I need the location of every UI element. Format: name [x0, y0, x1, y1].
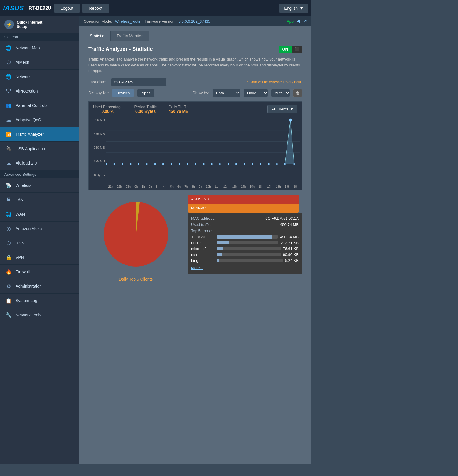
sidebar-item-aimesh[interactable]: ⬡ AiMesh [0, 55, 79, 70]
x-label: 6h [177, 185, 181, 188]
sidebar-item-firewall[interactable]: 🔥 Firewall [0, 265, 79, 279]
topbar-right: App 🖥 ↗ [287, 19, 307, 24]
sidebar-item-aicloud[interactable]: ☁ AiCloud 2.0 [0, 156, 79, 170]
x-label: 17h [267, 185, 272, 188]
logout-button[interactable]: Logout [54, 4, 80, 13]
panel-description: Traffic Analyzer is to analyze the netwo… [88, 56, 302, 74]
sidebar-item-label: Network Tools [16, 313, 41, 317]
daily-traffic-label: Daily Traffic [169, 105, 188, 109]
aicloud-icon: ☁ [4, 159, 13, 167]
sidebar-item-label: AiMesh [16, 60, 29, 65]
svg-point-24 [252, 163, 253, 165]
app-name: bing [191, 258, 215, 263]
x-label: 21h [108, 185, 113, 188]
general-section-label: General [0, 33, 79, 41]
quick-internet-setup[interactable]: ⚡ Quick InternetSetup [0, 16, 79, 33]
y-label-500: 500 MB [92, 118, 105, 122]
x-label: 0h [134, 185, 138, 188]
reboot-button[interactable]: Reboot [82, 4, 109, 13]
quick-internet-label: Quick InternetSetup [17, 20, 42, 29]
sidebar-item-administration[interactable]: ⚙ Administration [0, 279, 79, 294]
sidebar-item-label: Traffic Analyzer [16, 132, 44, 137]
header: /ASUS RT-BE92U Logout Reboot English ▼ [0, 0, 311, 16]
sidebar-item-network-tools[interactable]: 🔧 Network Tools [0, 308, 79, 322]
client-mini-pc[interactable]: MINI-PC [188, 204, 299, 213]
topbar: Operation Mode: Wireless_router Firmware… [79, 16, 311, 26]
sidebar-item-parental-controls[interactable]: 👥 Parental Controls [0, 98, 79, 113]
all-clients-button[interactable]: All Clients ▼ [267, 105, 297, 113]
main-panel: Traffic Analyzer - Statistic ON ⬛ Traffi… [84, 41, 307, 286]
sidebar-item-label: WAN [16, 212, 25, 217]
sidebar-item-wireless[interactable]: 📡 Wireless [0, 178, 79, 193]
x-label: 4h [163, 185, 166, 188]
sidebar-item-lan[interactable]: 🖥 LAN [0, 193, 79, 207]
svg-point-13 [162, 163, 164, 165]
svg-point-27 [276, 163, 278, 165]
show-by-select[interactable]: Both Upload Download [212, 89, 240, 97]
y-label-125: 125 MB [92, 160, 105, 163]
period-traffic-value: 0.00 Bytes [134, 109, 156, 114]
client-asus-nb[interactable]: ASUS_NB [188, 195, 299, 204]
svg-point-12 [154, 163, 156, 165]
sidebar-item-network-map[interactable]: 🌐 Network Map [0, 41, 79, 55]
chart-x-labels: 21h 22h 23h 0h 1h 2h 3h 4h 5h 6h 7h 8h 9… [90, 184, 300, 190]
sidebar-item-amazon-alexa[interactable]: ◎ Amazon Alexa [0, 222, 79, 236]
svg-point-29 [289, 118, 292, 121]
app-name: TLS/SSL [191, 235, 215, 239]
tab-statistic[interactable]: Statistic [84, 31, 110, 41]
period-select[interactable]: Daily Weekly Monthly [243, 89, 268, 97]
toggle-switch[interactable]: ON ⬛ [279, 46, 302, 53]
filter-devices-button[interactable]: Devices [112, 89, 134, 97]
firmware-label: Firmware Version: [145, 19, 176, 24]
more-link[interactable]: More... [191, 266, 203, 270]
sidebar-item-adaptive-qos[interactable]: ☁ Adaptive QoS [0, 113, 79, 127]
delete-button[interactable]: 🗑 [293, 89, 302, 97]
x-label: 16h [258, 185, 263, 188]
sidebar-item-label: System Log [16, 298, 37, 303]
tabs: Statistic Traffic Monitor [84, 31, 307, 41]
operation-mode-label: Operation Mode: [84, 19, 112, 24]
toggle-off[interactable]: ⬛ [292, 46, 302, 53]
share-icon[interactable]: ↗ [303, 19, 307, 24]
sidebar-item-wan[interactable]: 🌐 WAN [0, 207, 79, 222]
sidebar-item-ipv6[interactable]: ⬡ IPv6 [0, 236, 79, 250]
app-row-bing: bing 5.24 KB [191, 258, 299, 263]
aiprotection-icon: 🛡 [4, 87, 13, 95]
toggle-on[interactable]: ON [279, 46, 292, 53]
traffic-analyzer-icon: 📶 [4, 130, 13, 138]
last-date-input[interactable] [111, 78, 167, 86]
x-label: 22h [117, 185, 122, 188]
show-by-label: Show by: [192, 90, 209, 95]
svg-point-8 [122, 163, 123, 165]
app-name: HTTP [191, 241, 215, 245]
controls-row: Last date: * Data will be refreshed ever… [88, 78, 302, 86]
sidebar-item-vpn[interactable]: 🔒 VPN [0, 250, 79, 265]
app-value: 76.61 KB [283, 247, 299, 251]
x-label: 18h [276, 185, 281, 188]
quick-internet-icon: ⚡ [4, 20, 14, 29]
svg-point-26 [268, 163, 270, 165]
sidebar-item-system-log[interactable]: 📋 System Log [0, 294, 79, 308]
app-value: 60.90 KB [283, 252, 299, 257]
clients-list: ASUS_NB MINI-PC [188, 195, 299, 213]
svg-point-21 [228, 163, 229, 165]
mac-address-value: 6C:F6:DA:51:03:1A [265, 216, 299, 221]
tab-traffic-monitor[interactable]: Traffic Monitor [110, 31, 149, 41]
sidebar-item-label: Firewall [16, 269, 30, 274]
operation-mode-value[interactable]: Wireless_router [115, 19, 142, 24]
sidebar-item-usb-application[interactable]: 🔌 USB Application [0, 142, 79, 156]
sidebar-item-aiprotection[interactable]: 🛡 AiProtection [0, 84, 79, 98]
language-selector[interactable]: English ▼ [279, 4, 308, 13]
asus-logo: /ASUS [3, 4, 24, 12]
x-label: 1h [142, 185, 145, 188]
unit-select[interactable]: Auto KB MB GB [271, 89, 290, 97]
firmware-value[interactable]: 3.0.0.6.102_37435 [179, 19, 210, 24]
sidebar-item-traffic-analyzer[interactable]: 📶 Traffic Analyzer [0, 127, 79, 142]
app-icon[interactable]: 🖥 [296, 19, 301, 24]
sidebar-item-label: Adaptive QoS [16, 118, 41, 122]
x-label: 13h [232, 185, 237, 188]
filter-apps-button[interactable]: Apps [137, 89, 155, 97]
app-value: 272.71 KB [281, 241, 299, 245]
usb-application-icon: 🔌 [4, 145, 13, 153]
sidebar-item-network[interactable]: 🌐 Network [0, 70, 79, 84]
